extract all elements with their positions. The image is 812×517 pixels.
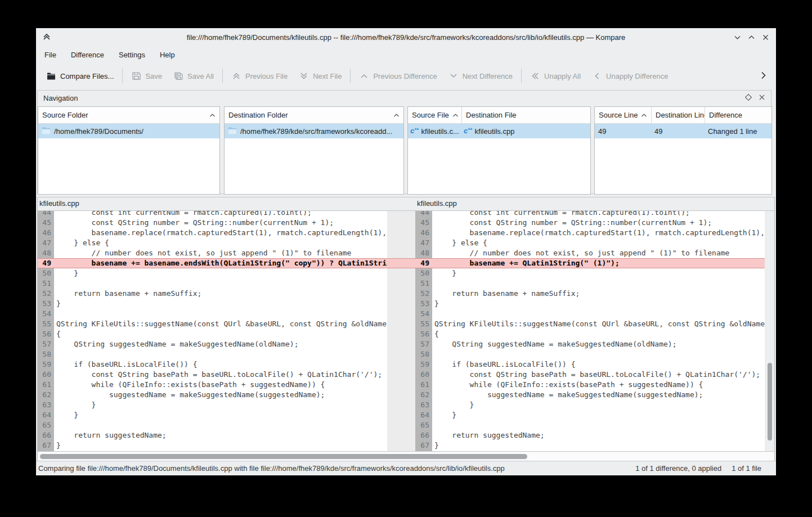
toolbar-separator <box>350 69 351 83</box>
line-code <box>54 278 387 289</box>
line-code: return suggestedName; <box>432 430 765 440</box>
previous-file-button[interactable]: Previous File <box>226 66 293 86</box>
minimize-button[interactable] <box>734 34 741 41</box>
destination-file-column-header[interactable]: Destination File <box>461 107 590 123</box>
code-line: 56 { <box>38 329 387 339</box>
code-line: 65 <box>38 420 387 430</box>
line-code: // number does not exist, so just append… <box>432 248 765 258</box>
horizontal-scrollbar[interactable] <box>38 451 774 461</box>
next-file-button[interactable]: Next File <box>293 66 347 86</box>
code-line: 66 return suggestedName; <box>38 430 387 440</box>
vertical-scrollbar-thumb[interactable] <box>768 363 772 440</box>
kompare-window: file:///home/fhek789/Documents/kfileutil… <box>36 28 776 475</box>
line-code: suggestedName = makeSuggestedName(sugges… <box>54 390 387 400</box>
menu-item-help[interactable]: Help <box>152 51 182 59</box>
destination-folder-row[interactable]: /home/fhek789/kde/src/frameworks/kcoread… <box>225 124 403 138</box>
code-line: 44 const int currentNum = rmatch.capture… <box>38 211 387 218</box>
code-line: 51 <box>415 278 765 289</box>
save-button[interactable]: Save <box>125 66 168 86</box>
line-number: 65 <box>38 420 54 430</box>
code-line: 67 } <box>415 440 765 451</box>
code-line: 59 if (baseURL.isLocalFile()) { <box>38 359 387 370</box>
menu-item-file[interactable]: File <box>37 51 64 59</box>
source-folder-row[interactable]: /home/fhek789/Documents/ <box>38 124 219 138</box>
vertical-scrollbar[interactable] <box>765 211 774 451</box>
code-line: 62 suggestedName = makeSuggestedName(sug… <box>415 390 765 400</box>
code-line: 54 <box>38 309 387 319</box>
previous-difference-button[interactable]: Previous Difference <box>353 66 442 86</box>
sort-ascending-icon <box>638 113 647 118</box>
source-file-column-header[interactable]: Source File <box>408 107 461 123</box>
line-code: } <box>54 410 387 420</box>
code-line[interactable]: 49 basename += QLatin1String(" (1)"); <box>415 258 765 268</box>
line-number: 48 <box>415 248 432 258</box>
code-line: 63 } <box>38 400 387 410</box>
code-line: 61 while (QFileInfo::exists(basePath + s… <box>415 380 765 390</box>
line-code <box>54 420 387 430</box>
source-folder-column-header[interactable]: Source Folder <box>38 107 219 123</box>
folder-icon <box>42 127 51 136</box>
line-number: 53 <box>415 299 432 309</box>
line-number: 67 <box>415 440 432 451</box>
code-line: 46 basename.replace(rmatch.capturedStart… <box>38 228 387 238</box>
line-number: 67 <box>38 440 54 451</box>
menu-item-settings[interactable]: Settings <box>111 51 152 59</box>
close-button[interactable] <box>762 34 769 41</box>
line-difference-list: Source Line Destination Line Difference … <box>594 106 772 195</box>
difference-count: 1 of 1 difference, 0 applied <box>635 464 721 473</box>
save-all-button[interactable]: Save All <box>168 66 219 86</box>
float-panel-icon[interactable] <box>745 94 752 102</box>
file-row[interactable]: c++ kfileutils.c... c++ kfileutils.cpp <box>408 124 590 138</box>
line-number: 55 <box>415 319 432 329</box>
sort-ascending-icon <box>206 113 216 118</box>
line-number: 56 <box>415 329 432 339</box>
line-number: 51 <box>415 278 432 289</box>
line-number: 59 <box>38 359 54 370</box>
close-panel-icon[interactable] <box>759 94 765 102</box>
next-difference-button[interactable]: Next Difference <box>443 66 518 86</box>
line-code: const int currentNum = rmatch.captured(1… <box>54 211 387 218</box>
destination-line-column-header[interactable]: Destination Line <box>651 107 705 123</box>
code-line: 47 } else { <box>415 238 765 248</box>
destination-folder-column-header[interactable]: Destination Folder <box>225 107 403 123</box>
line-number: 61 <box>415 380 432 390</box>
line-code: } <box>432 299 765 309</box>
code-line: 54 <box>415 309 765 319</box>
window-title: file:///home/fhek789/Documents/kfileutil… <box>187 33 626 42</box>
code-line: 58 <box>415 349 765 359</box>
chevron-left-icon <box>592 71 602 81</box>
maximize-button[interactable] <box>748 34 755 41</box>
source-line-column-header[interactable]: Source Line <box>595 107 651 123</box>
difference-row[interactable]: 49 49 Changed 1 line <box>595 124 771 138</box>
line-number: 58 <box>38 349 54 359</box>
titlebar[interactable]: file:///home/fhek789/Documents/kfileutil… <box>36 28 776 46</box>
line-code: while (QFileInfo::exists(basePath + sugg… <box>432 380 765 390</box>
line-number: 44 <box>38 211 54 218</box>
code-line: 62 suggestedName = makeSuggestedName(sug… <box>38 390 387 400</box>
code-line[interactable]: 49 basename += basename.endsWith(QLatin1… <box>38 258 387 268</box>
line-number: 50 <box>415 268 432 278</box>
line-number: 46 <box>38 228 54 238</box>
code-line: 63 } <box>415 400 765 410</box>
toolbar-overflow-button[interactable] <box>758 70 771 82</box>
difference-column-header[interactable]: Difference <box>705 107 771 123</box>
line-code: return basename + nameSuffix; <box>54 289 387 299</box>
unapply-difference-button[interactable]: Unapply Difference <box>586 66 674 86</box>
compare-files-button[interactable]: Compare Files... <box>41 66 119 86</box>
line-number: 64 <box>38 410 54 420</box>
line-code: } <box>54 400 387 410</box>
difference-value: Changed 1 line <box>705 124 771 138</box>
destination-file-label: kfileutils.cpp <box>417 199 457 208</box>
sort-ascending-icon <box>449 113 459 118</box>
chevron-up-icon <box>359 71 369 81</box>
menu-item-difference[interactable]: Difference <box>64 51 111 59</box>
unapply-all-button[interactable]: Unapply All <box>524 66 586 86</box>
line-code <box>54 349 387 359</box>
line-number: 57 <box>415 339 432 349</box>
diff-connector-band[interactable] <box>387 258 415 268</box>
line-code: basename.replace(rmatch.capturedStart(1)… <box>432 228 765 238</box>
line-code: const int currentNum = rmatch.captured(1… <box>432 211 765 218</box>
code-line: 60 const QString basePath = baseURL.toLo… <box>38 370 387 380</box>
horizontal-scrollbar-thumb[interactable] <box>40 454 527 459</box>
line-number: 48 <box>38 248 54 258</box>
